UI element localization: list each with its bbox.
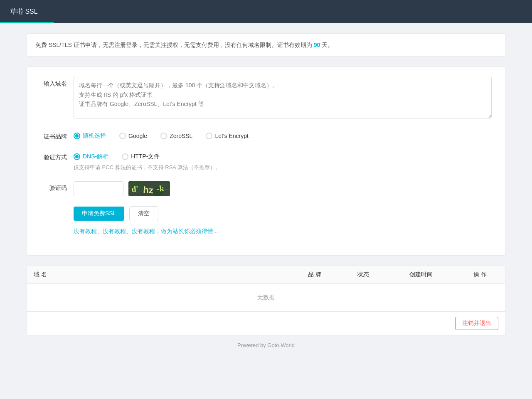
- action-content: 申请免费SSL 清空 没有教程、没有教程、没有教程，做为站长你必须得懂...: [74, 206, 492, 235]
- svg-text:hz: hz: [143, 185, 154, 195]
- verify-radio-group: DNS-解析 HTTP-文件: [74, 150, 492, 160]
- col-domain: 域 名: [27, 266, 290, 284]
- verify-http-label: HTTP-文件: [131, 153, 160, 160]
- main-content: 免费 SSL/TLS 证书申请，无需注册登录，无需关注授权，无需支付费用，没有任…: [17, 23, 515, 372]
- empty-row: 无数据: [27, 284, 505, 312]
- captcha-input-row: d' hz -k: [74, 181, 492, 196]
- brand-radio-group: 随机选择 Google ZeroSSL Let's Encrypt: [74, 130, 492, 140]
- page-footer: Powered by Goto.World: [27, 335, 505, 362]
- captcha-row: 验证码 d' hz -k: [40, 181, 492, 196]
- captcha-input[interactable]: [74, 181, 123, 196]
- brand-random-label: 随机选择: [83, 132, 106, 140]
- table-header: 域 名 品 牌 状态 创建时间 操 作: [27, 266, 505, 284]
- submit-button[interactable]: 申请免费SSL: [74, 207, 124, 221]
- captcha-image[interactable]: d' hz -k: [128, 181, 170, 196]
- brand-google-label: Google: [128, 133, 147, 139]
- action-label-spacer: [40, 206, 74, 209]
- captcha-content: d' hz -k: [74, 181, 492, 196]
- brand-random[interactable]: 随机选择: [74, 132, 106, 140]
- brand-google-radio[interactable]: [119, 133, 126, 139]
- brand-row: 证书品牌 随机选择 Google ZeroSSL: [40, 130, 492, 140]
- brand-label: 证书品牌: [40, 130, 74, 140]
- col-created: 创建时间: [387, 266, 455, 284]
- header: 草啦 SSL: [0, 0, 532, 23]
- table-body: 无数据: [27, 284, 505, 312]
- brand-letsencrypt[interactable]: Let's Encrypt: [206, 133, 249, 139]
- verify-row: 验证方式 DNS-解析 HTTP-文件 仅支持申请 ECC 算法的证书，不支持 …: [40, 150, 492, 171]
- brand-zerossl[interactable]: ZeroSSL: [160, 133, 192, 139]
- empty-text: 无数据: [27, 284, 505, 312]
- notice-days: 90: [314, 42, 320, 48]
- domain-input-container: [74, 77, 492, 120]
- domain-label: 输入域名: [40, 77, 74, 88]
- table-card: 域 名 品 牌 状态 创建时间 操 作 无数据 注销并退出: [27, 266, 505, 335]
- form-card: 输入域名 证书品牌 随机选择 Google: [27, 66, 505, 256]
- brand-google[interactable]: Google: [119, 133, 147, 139]
- verify-dns[interactable]: DNS-解析: [74, 153, 108, 160]
- ssl-table: 域 名 品 牌 状态 创建时间 操 作 无数据: [27, 266, 505, 311]
- header-title: 草啦 SSL: [10, 7, 38, 16]
- header-underline: [0, 22, 54, 23]
- footer-text: Powered by Goto.World: [237, 342, 295, 348]
- table-header-row: 域 名 品 牌 状态 创建时间 操 作: [27, 266, 505, 284]
- brand-options: 随机选择 Google ZeroSSL Let's Encrypt: [74, 130, 492, 140]
- brand-letsencrypt-radio[interactable]: [206, 133, 212, 139]
- logout-button[interactable]: 注销并退出: [455, 317, 498, 330]
- button-row: 申请免费SSL 清空: [74, 206, 492, 221]
- domain-textarea[interactable]: [74, 77, 492, 118]
- brand-zerossl-radio[interactable]: [160, 133, 167, 139]
- verify-http[interactable]: HTTP-文件: [122, 153, 160, 160]
- notice-text-before: 免费 SSL/TLS 证书申请，无需注册登录，无需关注授权，无需支付费用，没有任…: [35, 42, 314, 48]
- col-brand: 品 牌: [290, 266, 340, 284]
- domain-row: 输入域名: [40, 77, 492, 120]
- brand-letsencrypt-label: Let's Encrypt: [215, 133, 249, 139]
- verify-note: 仅支持申请 ECC 算法的证书，不支持 RSA 算法（不推荐）。: [74, 164, 492, 171]
- clear-button[interactable]: 清空: [129, 206, 158, 221]
- captcha-label: 验证码: [40, 181, 74, 192]
- brand-random-radio[interactable]: [74, 133, 80, 139]
- verify-dns-radio[interactable]: [74, 153, 80, 160]
- verify-dns-label: DNS-解析: [83, 153, 108, 160]
- captcha-svg: d' hz -k: [128, 181, 170, 196]
- col-action: 操 作: [455, 266, 505, 284]
- verify-options: DNS-解析 HTTP-文件 仅支持申请 ECC 算法的证书，不支持 RSA 算…: [74, 150, 492, 171]
- verify-http-radio[interactable]: [122, 153, 128, 160]
- tutorial-link[interactable]: 没有教程、没有教程、没有教程，做为站长你必须得懂...: [74, 228, 218, 234]
- notice-box: 免费 SSL/TLS 证书申请，无需注册登录，无需关注授权，无需支付费用，没有任…: [27, 33, 505, 57]
- brand-zerossl-label: ZeroSSL: [170, 133, 192, 139]
- action-row: 申请免费SSL 清空 没有教程、没有教程、没有教程，做为站长你必须得懂...: [40, 206, 492, 235]
- verify-label: 验证方式: [40, 150, 74, 161]
- col-status: 状态: [340, 266, 387, 284]
- table-footer: 注销并退出: [27, 311, 505, 335]
- notice-text-after: 天。: [320, 42, 333, 48]
